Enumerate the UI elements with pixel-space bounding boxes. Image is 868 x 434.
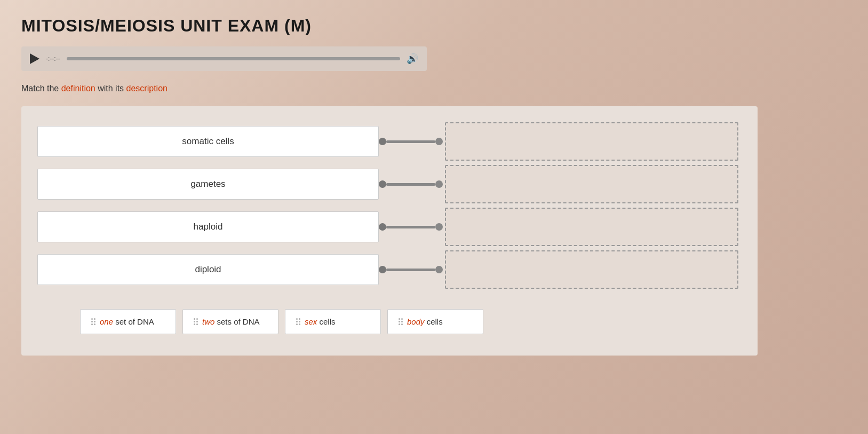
connector-somatic [379, 138, 443, 145]
highlight-one: one [100, 317, 113, 326]
instructions-prefix: Match the [21, 84, 61, 93]
drag-item-one-dna-text: one set of DNA [100, 317, 154, 326]
definition-haploid: haploid [37, 211, 379, 242]
connector-line-gametes [386, 183, 435, 186]
drag-items-container: one set of DNA two sets of DNA sex cells [37, 309, 742, 334]
drop-target-haploid[interactable] [445, 208, 738, 246]
drag-item-body-cells[interactable]: body cells [387, 309, 483, 334]
word-definition: definition [61, 84, 95, 93]
connector-line-diploid [386, 269, 435, 271]
connector-dot-left-diploid [379, 266, 386, 273]
connector-line-somatic [386, 140, 435, 143]
connector-dot-left-somatic [379, 138, 386, 145]
match-row-diploid: diploid [37, 250, 742, 289]
connector-dot-right-diploid [435, 266, 443, 273]
play-button[interactable] [30, 53, 39, 64]
drag-handle-body-cells [399, 318, 403, 325]
match-rows: somatic cells gametes haploid [37, 122, 742, 293]
connector-gametes [379, 180, 443, 188]
instructions-text: Match the definition with its descriptio… [21, 84, 847, 93]
definition-gametes: gametes [37, 169, 379, 200]
drag-item-sex-cells[interactable]: sex cells [285, 309, 381, 334]
highlight-sex: sex [305, 317, 317, 326]
highlight-two: two [202, 317, 214, 326]
audio-player[interactable]: -:--:-- 🔊 [21, 46, 427, 71]
volume-icon[interactable]: 🔊 [407, 53, 418, 65]
instructions-middle: with its [98, 84, 126, 93]
drag-handle-two-dna [194, 318, 198, 325]
connector-dot-left-gametes [379, 180, 386, 188]
match-row-haploid: haploid [37, 208, 742, 246]
connector-dot-right-haploid [435, 223, 443, 231]
connector-dot-left-haploid [379, 223, 386, 231]
match-row-gametes: gametes [37, 165, 742, 203]
definition-diploid: diploid [37, 254, 379, 285]
matching-area: somatic cells gametes haploid [21, 106, 758, 356]
connector-dot-right-somatic [435, 138, 443, 145]
word-description: description [126, 84, 168, 93]
connector-diploid [379, 266, 443, 273]
match-row-somatic: somatic cells [37, 122, 742, 161]
drag-handle-sex-cells [296, 318, 300, 325]
drag-item-sex-cells-text: sex cells [305, 317, 336, 326]
connector-haploid [379, 223, 443, 231]
drop-target-diploid[interactable] [445, 250, 738, 289]
definition-somatic-cells: somatic cells [37, 126, 379, 157]
drag-item-two-sets-dna[interactable]: two sets of DNA [182, 309, 278, 334]
connector-line-haploid [386, 226, 435, 228]
drag-item-two-dna-text: two sets of DNA [202, 317, 260, 326]
audio-progress-fill [67, 57, 400, 60]
drop-target-somatic[interactable] [445, 122, 738, 161]
connector-dot-right-gametes [435, 180, 443, 188]
page-title: MITOSIS/MEIOSIS UNIT EXAM (M) [21, 16, 847, 36]
drag-item-body-cells-text: body cells [407, 317, 443, 326]
drop-target-gametes[interactable] [445, 165, 738, 203]
highlight-body: body [407, 317, 425, 326]
audio-time: -:--:-- [46, 55, 60, 62]
audio-progress-bar[interactable] [67, 57, 400, 60]
drag-handle-one-dna [91, 318, 95, 325]
drag-item-one-set-dna[interactable]: one set of DNA [80, 309, 176, 334]
